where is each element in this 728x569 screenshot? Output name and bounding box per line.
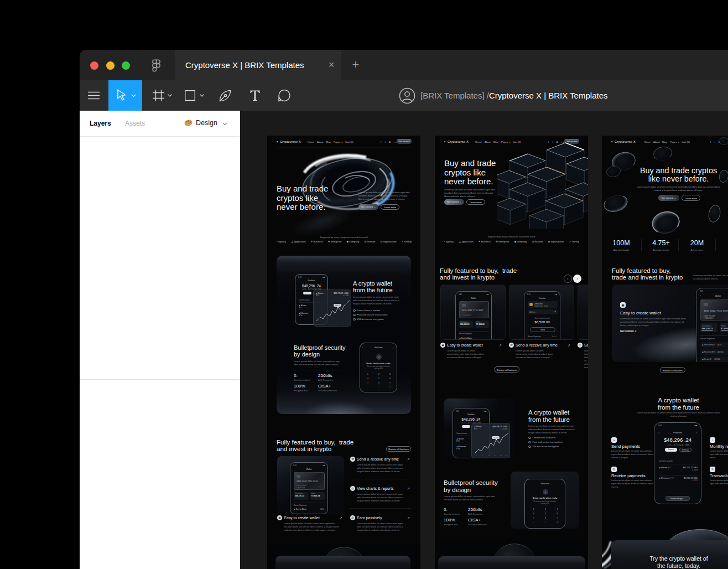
svg-text:11: 11 [482,454,483,456]
svg-text:2M: 2M [342,322,344,324]
svg-text:58,345: 58,345 [493,437,498,439]
svg-text:1M: 1M [336,322,337,324]
svg-text:2M: 2M [500,454,502,456]
svg-text:11: 11 [324,322,325,324]
svg-text:10: 10 [476,454,477,456]
svg-text:10: 10 [318,322,319,324]
svg-text:3M: 3M [506,454,507,456]
svg-text:12: 12 [330,322,331,324]
svg-text:3M: 3M [347,322,349,324]
svg-text:58,345: 58,345 [335,304,340,307]
svg-text:12: 12 [488,454,490,456]
svg-text:1M: 1M [494,454,496,456]
